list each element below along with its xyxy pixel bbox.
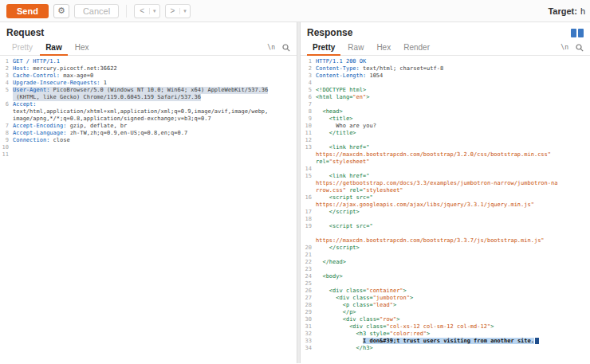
code-line[interactable]: 19 <script src=" [301, 223, 590, 230]
code-line[interactable]: 9Connection: close [0, 137, 297, 144]
line-number: 29 [301, 309, 316, 316]
code-line[interactable]: 11 [0, 151, 297, 159]
code-line[interactable]: 33 I don&#39;t trust users visiting from… [301, 338, 590, 345]
code-line[interactable]: 2Host: mercury.picoctf.net:36622 [0, 65, 297, 72]
code-line[interactable]: 4Upgrade-Insecure-Requests: 1 [0, 80, 297, 87]
code-line[interactable]: 26 <div class="container"> [301, 288, 590, 295]
code-line[interactable]: 2Content-Type: text/html; charset=utf-8 [301, 65, 590, 72]
code-line[interactable]: 6<html lang="en"> [301, 94, 590, 101]
history-forward-button[interactable]: > [166, 6, 180, 15]
code-line[interactable]: 10 [0, 144, 297, 151]
line-number: 12 [301, 137, 316, 144]
line-number: 25 [301, 280, 316, 288]
code-line[interactable]: https://getbootstrap.com/docs/3.3/exampl… [301, 180, 590, 187]
code-line[interactable]: 22 </head> [301, 259, 590, 266]
code-line[interactable]: 4 [301, 80, 590, 87]
history-back-button[interactable]: < [135, 6, 149, 15]
search-icon[interactable] [282, 44, 290, 52]
code-line[interactable]: 32 <h3 style="color:red"> [301, 331, 590, 338]
nonprintable-toggle-icon[interactable]: \n [560, 44, 568, 51]
cancel-button[interactable]: Cancel [74, 4, 119, 18]
code-text: <!DOCTYPE html> [316, 87, 366, 94]
code-line[interactable]: 8 <head> [301, 108, 590, 115]
code-line[interactable]: 3Content-Length: 1054 [301, 72, 590, 80]
request-editor[interactable]: 1GET / HTTP/1.12Host: mercury.picoctf.ne… [0, 56, 297, 363]
code-line[interactable]: 34 </h3> [301, 345, 590, 352]
line-number: 8 [301, 108, 316, 115]
line-number: 3 [301, 72, 316, 80]
line-number: 18 [301, 216, 316, 223]
code-line[interactable]: 14 [301, 166, 590, 173]
code-line[interactable]: 12 [301, 137, 590, 144]
history-back-group: < ▾ [134, 4, 159, 18]
code-line[interactable]: (KHTML, like Gecko) Chrome/119.0.6045.15… [0, 94, 297, 101]
line-number [301, 159, 316, 166]
code-line[interactable]: 17 </script> [301, 209, 590, 216]
code-line[interactable]: 18 [301, 216, 590, 223]
send-settings-button[interactable]: ⚙ [53, 4, 69, 18]
code-line[interactable]: rel="stylesheet" [301, 159, 590, 166]
request-tab-raw[interactable]: Raw [40, 40, 68, 56]
line-number [301, 151, 316, 159]
response-panel: Response Pretty Raw Hex Render \n 1HTTP/… [301, 22, 590, 363]
code-line[interactable]: 28 <p class="lead"> [301, 302, 590, 309]
code-line[interactable]: 3Cache-Control: max-age=0 [0, 72, 297, 80]
code-line[interactable] [301, 230, 590, 237]
history-forward-group: > ▾ [165, 4, 191, 18]
search-icon[interactable] [576, 44, 584, 52]
code-line[interactable]: 1HTTP/1.1 200 OK [301, 58, 590, 65]
code-line[interactable]: 21 [301, 252, 590, 259]
code-line[interactable]: 7 [301, 101, 590, 108]
code-text: Accept-Encoding: gzip, deflate, br [13, 123, 127, 130]
response-tab-hex[interactable]: Hex [371, 40, 396, 56]
history-back-dropdown[interactable]: ▾ [149, 8, 159, 14]
line-number: 19 [301, 223, 316, 230]
target-field[interactable]: Target:h [548, 6, 585, 16]
code-line[interactable]: rrow.css" rel="stylesheet" [301, 187, 590, 194]
code-line[interactable]: https://maxcdn.bootstrapcdn.com/bootstra… [301, 151, 590, 159]
code-text: Accept-Language: zh-TW,zh;q=0.9,en-US;q=… [13, 130, 187, 137]
code-line[interactable]: text/html,application/xhtml+xml,applicat… [0, 108, 297, 115]
code-line[interactable]: 15 <link href=" [301, 173, 590, 180]
code-line[interactable]: 13 <link href=" [301, 144, 590, 151]
code-line[interactable]: 27 <div class="jumbotron"> [301, 295, 590, 302]
code-text: Content-Length: 1054 [316, 72, 383, 80]
response-editor[interactable]: 1HTTP/1.1 200 OK2Content-Type: text/html… [301, 56, 590, 363]
request-tab-pretty[interactable]: Pretty [6, 40, 38, 56]
response-tab-raw[interactable]: Raw [342, 40, 369, 56]
request-tab-hex[interactable]: Hex [69, 40, 95, 56]
history-forward-dropdown[interactable]: ▾ [179, 8, 190, 14]
code-line[interactable]: 20 </script> [301, 245, 590, 252]
send-button[interactable]: Send [6, 4, 49, 18]
code-line[interactable]: 10 Who are you? [301, 123, 590, 130]
response-tab-pretty[interactable]: Pretty [307, 40, 340, 56]
code-line[interactable]: 5User-Agent: PicoBrowser/5.0 (Windows NT… [0, 87, 297, 94]
code-line[interactable]: image/apng,*/*;q=0.8,application/signed-… [0, 115, 297, 123]
code-line[interactable]: 25 [301, 280, 590, 288]
code-line[interactable]: 1GET / HTTP/1.1 [0, 58, 297, 65]
code-line[interactable]: https://maxcdn.bootstrapcdn.com/bootstra… [301, 237, 590, 245]
code-text: <div class="container"> [316, 288, 407, 295]
code-line[interactable]: 23 [301, 266, 590, 273]
code-text: Cache-Control: max-age=0 [13, 72, 93, 80]
code-line[interactable]: 30 <div class="row"> [301, 316, 590, 323]
code-line[interactable]: 9 <title> [301, 115, 590, 123]
code-line[interactable]: 11 </title> [301, 130, 590, 137]
code-text: <div class="col-xs-12 col-sm-12 col-md-1… [316, 323, 494, 331]
code-line[interactable]: 7Accept-Encoding: gzip, deflate, br [0, 123, 297, 130]
line-number: 27 [301, 295, 316, 302]
response-tab-render[interactable]: Render [398, 40, 435, 56]
code-line[interactable]: 31 <div class="col-xs-12 col-sm-12 col-m… [301, 323, 590, 331]
code-line[interactable]: https://ajax.googleapis.com/ajax/libs/jq… [301, 202, 590, 209]
nonprintable-toggle-icon[interactable]: \n [267, 44, 275, 51]
code-line[interactable]: 16 <script src=" [301, 194, 590, 202]
code-line[interactable]: 5<!DOCTYPE html> [301, 87, 590, 94]
code-line[interactable]: 29 </p> [301, 309, 590, 316]
layout-columns-icon[interactable] [571, 29, 584, 37]
code-line[interactable]: 8Accept-Language: zh-TW,zh;q=0.9,en-US;q… [0, 130, 297, 137]
line-number: 4 [301, 80, 316, 87]
code-line[interactable]: 6Accept: [0, 101, 297, 108]
code-line[interactable]: 24 <body> [301, 273, 590, 280]
line-number [301, 187, 316, 194]
line-number: 6 [0, 101, 13, 108]
